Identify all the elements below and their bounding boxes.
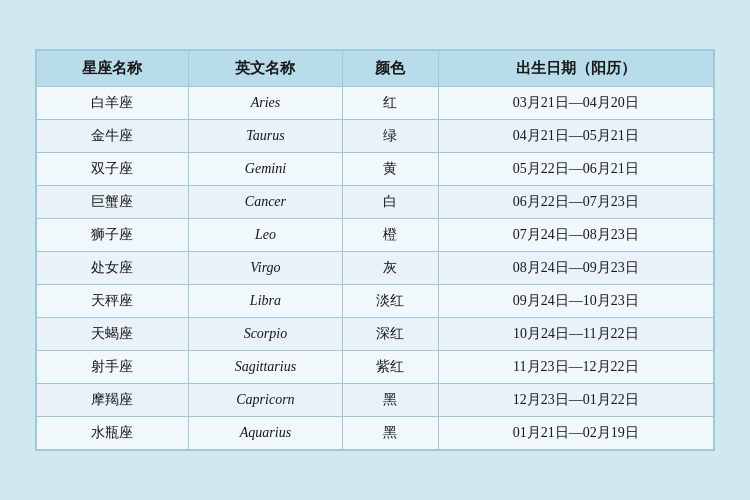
cell-color: 白 xyxy=(343,186,439,219)
table-row: 射手座Sagittarius紫红11月23日—12月22日 xyxy=(37,351,714,384)
cell-chinese: 白羊座 xyxy=(37,87,189,120)
table-row: 白羊座Aries红03月21日—04月20日 xyxy=(37,87,714,120)
cell-chinese: 射手座 xyxy=(37,351,189,384)
cell-english: Virgo xyxy=(188,252,342,285)
table-row: 狮子座Leo橙07月24日—08月23日 xyxy=(37,219,714,252)
col-header-chinese: 星座名称 xyxy=(37,51,189,87)
col-header-english: 英文名称 xyxy=(188,51,342,87)
cell-chinese: 狮子座 xyxy=(37,219,189,252)
cell-english: Aries xyxy=(188,87,342,120)
cell-color: 深红 xyxy=(343,318,439,351)
table-row: 双子座Gemini黄05月22日—06月21日 xyxy=(37,153,714,186)
zodiac-table: 星座名称 英文名称 颜色 出生日期（阳历） 白羊座Aries红03月21日—04… xyxy=(36,50,714,450)
cell-dates: 03月21日—04月20日 xyxy=(438,87,713,120)
cell-chinese: 天秤座 xyxy=(37,285,189,318)
cell-english: Taurus xyxy=(188,120,342,153)
table-row: 巨蟹座Cancer白06月22日—07月23日 xyxy=(37,186,714,219)
table-row: 摩羯座Capricorn黑12月23日—01月22日 xyxy=(37,384,714,417)
cell-dates: 05月22日—06月21日 xyxy=(438,153,713,186)
col-header-dates: 出生日期（阳历） xyxy=(438,51,713,87)
cell-english: Capricorn xyxy=(188,384,342,417)
cell-color: 红 xyxy=(343,87,439,120)
cell-dates: 06月22日—07月23日 xyxy=(438,186,713,219)
table-row: 天蝎座Scorpio深红10月24日—11月22日 xyxy=(37,318,714,351)
cell-dates: 01月21日—02月19日 xyxy=(438,417,713,450)
cell-dates: 09月24日—10月23日 xyxy=(438,285,713,318)
cell-dates: 12月23日—01月22日 xyxy=(438,384,713,417)
zodiac-table-container: 星座名称 英文名称 颜色 出生日期（阳历） 白羊座Aries红03月21日—04… xyxy=(35,49,715,451)
cell-dates: 11月23日—12月22日 xyxy=(438,351,713,384)
cell-color: 灰 xyxy=(343,252,439,285)
cell-chinese: 水瓶座 xyxy=(37,417,189,450)
cell-color: 黑 xyxy=(343,384,439,417)
cell-color: 黄 xyxy=(343,153,439,186)
cell-english: Sagittarius xyxy=(188,351,342,384)
cell-chinese: 双子座 xyxy=(37,153,189,186)
cell-dates: 04月21日—05月21日 xyxy=(438,120,713,153)
cell-english: Cancer xyxy=(188,186,342,219)
cell-english: Scorpio xyxy=(188,318,342,351)
col-header-color: 颜色 xyxy=(343,51,439,87)
cell-color: 紫红 xyxy=(343,351,439,384)
table-row: 金牛座Taurus绿04月21日—05月21日 xyxy=(37,120,714,153)
cell-english: Aquarius xyxy=(188,417,342,450)
table-row: 天秤座Libra淡红09月24日—10月23日 xyxy=(37,285,714,318)
cell-chinese: 巨蟹座 xyxy=(37,186,189,219)
table-row: 处女座Virgo灰08月24日—09月23日 xyxy=(37,252,714,285)
cell-color: 绿 xyxy=(343,120,439,153)
cell-chinese: 天蝎座 xyxy=(37,318,189,351)
table-header-row: 星座名称 英文名称 颜色 出生日期（阳历） xyxy=(37,51,714,87)
cell-dates: 10月24日—11月22日 xyxy=(438,318,713,351)
cell-chinese: 金牛座 xyxy=(37,120,189,153)
cell-chinese: 摩羯座 xyxy=(37,384,189,417)
cell-english: Libra xyxy=(188,285,342,318)
cell-color: 黑 xyxy=(343,417,439,450)
cell-color: 淡红 xyxy=(343,285,439,318)
table-body: 白羊座Aries红03月21日—04月20日金牛座Taurus绿04月21日—0… xyxy=(37,87,714,450)
cell-dates: 07月24日—08月23日 xyxy=(438,219,713,252)
cell-dates: 08月24日—09月23日 xyxy=(438,252,713,285)
cell-color: 橙 xyxy=(343,219,439,252)
table-row: 水瓶座Aquarius黑01月21日—02月19日 xyxy=(37,417,714,450)
cell-english: Leo xyxy=(188,219,342,252)
cell-english: Gemini xyxy=(188,153,342,186)
cell-chinese: 处女座 xyxy=(37,252,189,285)
